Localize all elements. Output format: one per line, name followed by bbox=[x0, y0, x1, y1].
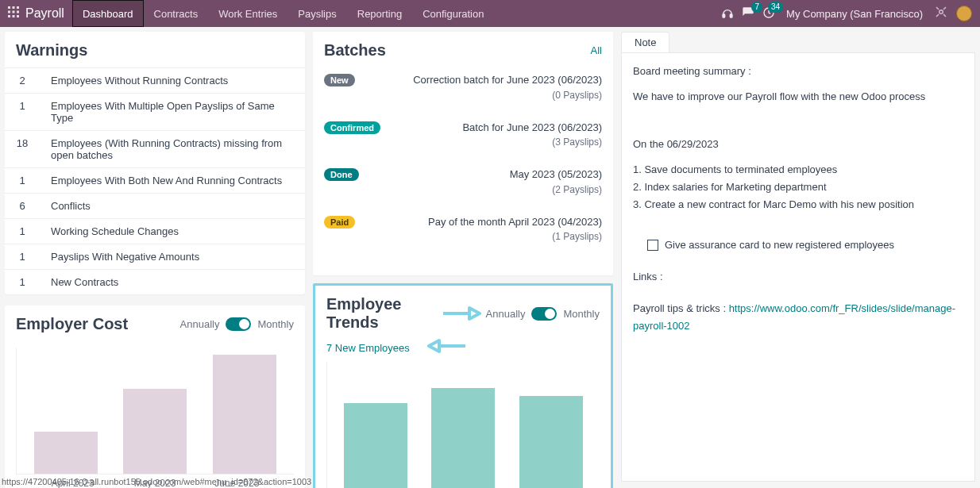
svg-rect-1 bbox=[13, 6, 15, 9]
warning-label[interactable]: Employees (With Running Contracts) missi… bbox=[40, 131, 305, 168]
batch-title: May 2023 (05/2023) bbox=[368, 167, 603, 183]
nav-tab-configuration[interactable]: Configuration bbox=[412, 0, 494, 27]
warning-count: 1 bbox=[5, 94, 40, 131]
note-tab[interactable]: Note bbox=[621, 32, 669, 52]
main-content: Warnings 2Employees Without Running Cont… bbox=[0, 27, 980, 488]
nav-tab-payslips[interactable]: Payslips bbox=[287, 0, 346, 27]
activities-icon[interactable]: 34 bbox=[762, 6, 775, 21]
svg-rect-7 bbox=[13, 15, 15, 17]
note-body[interactable]: Board meeting summary : We have to impro… bbox=[621, 52, 975, 482]
batches-all-link[interactable]: All bbox=[591, 44, 602, 56]
warning-label[interactable]: Employees With Multiple Open Payslips of… bbox=[40, 94, 305, 131]
warning-label[interactable]: Employees With Both New And Running Cont… bbox=[40, 168, 305, 194]
warning-label[interactable]: Payslips With Negative Amounts bbox=[40, 244, 305, 270]
chart-bar bbox=[213, 355, 276, 474]
annotation-arrow-right-icon bbox=[442, 305, 481, 321]
batch-row[interactable]: Confirmed Batch for June 2023 (06/2023)(… bbox=[313, 113, 613, 158]
period-toggle-switch[interactable] bbox=[531, 307, 557, 321]
checkbox-icon[interactable] bbox=[647, 240, 658, 251]
batches-card: Batches All New Correction batch for Jun… bbox=[313, 32, 613, 275]
user-avatar[interactable] bbox=[956, 6, 972, 21]
warnings-table: 2Employees Without Running Contracts 1Em… bbox=[5, 67, 305, 294]
warnings-title: Warnings bbox=[5, 32, 305, 67]
warning-row[interactable]: 18Employees (With Running Contracts) mis… bbox=[5, 131, 305, 168]
warning-count: 1 bbox=[5, 219, 40, 244]
note-item: 1. Save documents to terminated employee… bbox=[633, 161, 963, 179]
period-toggle-switch[interactable] bbox=[226, 317, 251, 331]
warning-label[interactable]: New Contracts bbox=[40, 270, 305, 295]
batch-status-pill: New bbox=[324, 74, 355, 86]
batch-row[interactable]: New Correction batch for June 2023 (06/2… bbox=[313, 66, 613, 110]
activities-badge: 34 bbox=[768, 2, 783, 13]
employer-cost-chart: April 2023May 2023June 2023 bbox=[5, 340, 305, 488]
warning-row[interactable]: 1Employees With Multiple Open Payslips o… bbox=[5, 94, 305, 131]
svg-rect-9 bbox=[723, 14, 725, 17]
toggle-label-monthly: Monthly bbox=[257, 318, 294, 330]
note-item: 2. Index salaries for Marketing departme… bbox=[633, 179, 963, 196]
note-links-label: Links : bbox=[633, 268, 963, 286]
toggle-label-annually: Annually bbox=[486, 308, 526, 320]
employee-trends-period-toggle[interactable]: Annually Monthly bbox=[486, 307, 600, 321]
warnings-card: Warnings 2Employees Without Running Cont… bbox=[5, 32, 305, 294]
warning-label[interactable]: Employees Without Running Contracts bbox=[40, 68, 305, 94]
messages-badge: 7 bbox=[751, 2, 762, 13]
nav-tab-reporting[interactable]: Reporting bbox=[347, 0, 412, 27]
batch-title: Pay of the month April 2023 (04/2023) bbox=[365, 214, 602, 230]
nav-tab-work-entries[interactable]: Work Entries bbox=[208, 0, 287, 27]
employee-trends-card: Employee Trends Annually Monthly 7 New E… bbox=[313, 283, 613, 488]
warning-row[interactable]: 1New Contracts bbox=[5, 270, 305, 295]
warning-row[interactable]: 2Employees Without Running Contracts bbox=[5, 68, 305, 94]
new-employees-link[interactable]: 7 New Employees bbox=[326, 339, 421, 354]
warning-label[interactable]: Working Schedule Changes bbox=[40, 219, 305, 244]
debug-icon[interactable] bbox=[934, 5, 948, 22]
batch-row[interactable]: Done May 2023 (05/2023)(2 Payslips) bbox=[313, 160, 613, 205]
warning-count: 1 bbox=[5, 270, 40, 295]
svg-rect-3 bbox=[8, 11, 10, 13]
messages-icon[interactable]: 7 bbox=[742, 6, 754, 21]
warning-count: 6 bbox=[5, 194, 40, 219]
svg-rect-6 bbox=[8, 15, 10, 17]
note-checkbox-label: Give assurance card to new registered em… bbox=[665, 236, 894, 254]
batch-subtitle: (3 Payslips) bbox=[390, 135, 602, 149]
warning-row[interactable]: 1Payslips With Negative Amounts bbox=[5, 244, 305, 270]
nav-right: 7 34 My Company (San Francisco) bbox=[721, 5, 977, 22]
warning-count: 2 bbox=[5, 68, 40, 94]
annotation-arrow-left-icon bbox=[427, 338, 467, 354]
warning-row[interactable]: 6Conflicts bbox=[5, 194, 305, 219]
warning-row[interactable]: 1Working Schedule Changes bbox=[5, 219, 305, 244]
batch-status-pill: Paid bbox=[324, 216, 355, 229]
employer-cost-card: Employer Cost Annually Monthly April 202… bbox=[5, 305, 305, 488]
batches-title: Batches bbox=[324, 41, 386, 60]
chart-bar bbox=[123, 389, 187, 474]
svg-rect-4 bbox=[13, 11, 15, 13]
app-title[interactable]: Payroll bbox=[24, 6, 72, 21]
note-checkbox-row[interactable]: Give assurance card to new registered em… bbox=[647, 236, 963, 254]
voip-icon[interactable] bbox=[721, 6, 734, 21]
employer-cost-period-toggle[interactable]: Annually Monthly bbox=[180, 317, 294, 331]
apps-menu-icon[interactable] bbox=[3, 6, 24, 21]
top-nav: Payroll Dashboard Contracts Work Entries… bbox=[0, 0, 980, 27]
warning-row[interactable]: 1Employees With Both New And Running Con… bbox=[5, 168, 305, 194]
batch-subtitle: (2 Payslips) bbox=[368, 183, 603, 197]
warning-label[interactable]: Conflicts bbox=[40, 194, 305, 219]
svg-rect-5 bbox=[17, 11, 19, 13]
chart-bar bbox=[519, 396, 583, 488]
nav-tabs: Dashboard Contracts Work Entries Payslip… bbox=[72, 0, 495, 27]
nav-tab-dashboard[interactable]: Dashboard bbox=[72, 0, 144, 27]
browser-status-url: https://47200405-16-0-all.runbot155.odoo… bbox=[2, 477, 311, 486]
toggle-label-monthly: Monthly bbox=[563, 308, 600, 320]
chart-bar bbox=[344, 403, 407, 488]
company-switcher[interactable]: My Company (San Francisco) bbox=[783, 8, 926, 20]
note-date-line: On the 06/29/2023 bbox=[633, 136, 963, 153]
nav-tab-contracts[interactable]: Contracts bbox=[144, 0, 209, 27]
toggle-label-annually: Annually bbox=[180, 318, 220, 330]
warning-count: 1 bbox=[5, 244, 40, 270]
batch-subtitle: (1 Payslips) bbox=[365, 229, 602, 244]
note-item: 3. Create a new contract for Marc Demo w… bbox=[633, 196, 963, 213]
batch-status-pill: Confirmed bbox=[324, 121, 380, 134]
warning-count: 18 bbox=[5, 131, 40, 168]
employee-trends-title: Employee Trends bbox=[326, 295, 442, 332]
svg-rect-0 bbox=[8, 6, 10, 9]
batch-status-pill: Done bbox=[324, 168, 359, 181]
batch-row[interactable]: Paid Pay of the month April 2023 (04/202… bbox=[313, 208, 613, 252]
